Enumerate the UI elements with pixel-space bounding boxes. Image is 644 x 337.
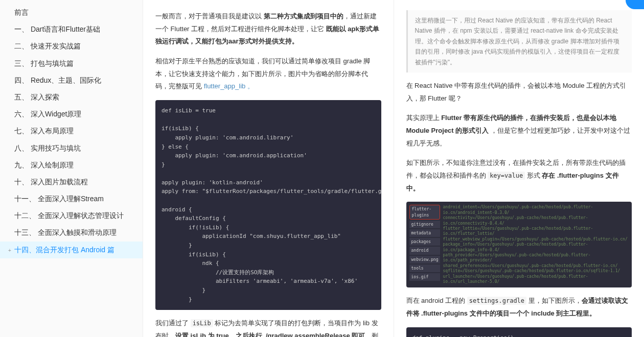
main-content: 一般而言，对于普通项目我是建议以 第二种方式集成到项目中的，通过新建一个 Flu… [143, 0, 644, 337]
paragraph: 我们通过了 isLib 标记为去简单实现了项目的打包判断，当项目作为 lib 发… [155, 317, 381, 337]
code-block: def plugins = new Properties() def plugi… [406, 327, 632, 337]
paragraph: 一般而言，对于普通项目我是建议以 第二种方式集成到项目中的，通过新建一个 Flu… [155, 10, 381, 48]
content-column-right[interactable]: 这里稍微提一下，用过 React Native 的应该知道，带有原生代码的 Re… [394, 0, 645, 337]
toc-item[interactable]: 三、 打包与填坑篇 [0, 55, 143, 72]
paragraph: 而在 android 工程的 settings.gradle 里，如下图所示，会… [406, 295, 632, 320]
toc-item[interactable]: 十、 深入图片加载流程 [0, 174, 143, 190]
link[interactable]: flutter_app_lib 。 [204, 82, 254, 90]
paragraph: 在 React Native 中带有原生代码的插件，会被以本地 Module 工… [406, 80, 632, 105]
toc-item[interactable]: 五、 深入探索 [0, 89, 143, 106]
toc-item[interactable]: 十二、 全面深入理解状态管理设计 [0, 207, 143, 224]
content-column-left[interactable]: 一般而言，对于普通项目我是建议以 第二种方式集成到项目中的，通过新建一个 Flu… [143, 0, 394, 337]
expand-icon: + [8, 246, 14, 255]
toc-item[interactable]: 十三、 全面深入触摸和滑动原理 [0, 224, 143, 241]
toc-item[interactable]: 七、 深入布局原理 [0, 123, 143, 139]
toc-item[interactable]: +十四、混合开发打包 Android 篇 [0, 242, 143, 258]
toc-item[interactable]: 六、 深入Widget原理 [0, 106, 143, 123]
paragraph: 其实原理上 Flutter 带有原生代码的插件，在插件安装后，也是会以本地 Mo… [406, 112, 632, 150]
toc-item[interactable]: 前言 [0, 4, 143, 21]
toc-item[interactable]: 八、 实用技巧与填坑 [0, 140, 143, 157]
paragraph: 相信对于原生平台熟悉的应该知道，我们可以通过简单修改项目 gradle 脚本，让… [155, 55, 381, 93]
toc-sidebar: 前言 一、 Dart语言和Flutter基础 二、 快速开发实战篇 三、 打包与… [0, 0, 143, 337]
screenshot-image: flutter-plugins gitignore metadata packa… [406, 202, 632, 287]
paragraph: 如下图所示，不知道你注意过没有，在插件安装之后，所有带原生代码的插件，都会以路径… [406, 157, 632, 195]
toc-item[interactable]: 二、 快速开发实战篇 [0, 38, 143, 55]
note-box: 这里稍微提一下，用过 React Native 的应该知道，带有原生代码的 Re… [406, 10, 632, 73]
toc-item[interactable]: 四、 Redux、主题、国际化 [0, 72, 143, 89]
toc-item[interactable]: 十一、 全面深入理解Stream [0, 190, 143, 207]
toc-item[interactable]: 九、 深入绘制原理 [0, 157, 143, 174]
code-block: def isLib = true if(isLib) { apply plugi… [155, 100, 381, 310]
toc-item[interactable]: 一、 Dart语言和Flutter基础 [0, 21, 143, 38]
